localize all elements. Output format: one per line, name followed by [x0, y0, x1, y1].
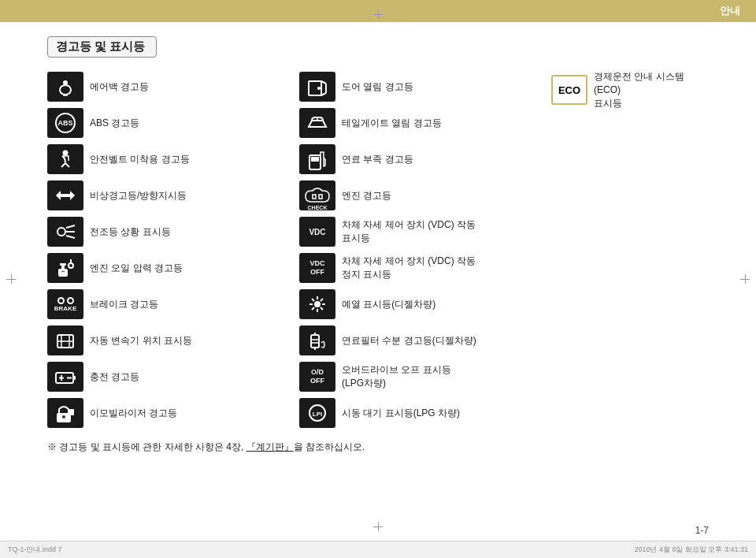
svg-rect-18	[60, 263, 66, 266]
seatbelt-icon	[47, 144, 83, 174]
svg-rect-33	[69, 409, 74, 415]
list-item: VDCOFF 차체 자세 제어 장치 (VDC) 작동정지 표시등	[299, 251, 543, 285]
fuelfilter-label: 연료필터 수분 경고등(디젤차량)	[342, 334, 476, 348]
brake-label: 브레이크 경고등	[90, 298, 158, 311]
bottom-bar: TQ-1-안내.indd 7 2010년 4월 6일 화요일 오후 3:41:3…	[0, 541, 756, 558]
note-suffix: 을 참조하십시오.	[294, 441, 365, 452]
list-item: ABS ABS 경고등	[47, 106, 291, 140]
hazard-icon	[47, 180, 83, 210]
svg-rect-16	[58, 269, 68, 277]
door-svg	[306, 75, 329, 99]
headlight-label: 전조등 상황 표시등	[90, 225, 171, 239]
headlight-svg	[54, 220, 77, 244]
list-item: 엔진 오일 압력 경고등	[47, 251, 291, 285]
svg-point-19	[69, 263, 73, 268]
main-content: 경고등 및 표시등 에어	[0, 22, 756, 462]
svg-point-31	[62, 415, 65, 418]
vdcoff-icon: VDCOFF	[299, 253, 335, 283]
abs-label: ABS 경고등	[90, 117, 139, 130]
brake-circles	[57, 297, 74, 304]
eco-icon: ECO	[551, 75, 587, 105]
brake-circle-2	[67, 297, 74, 304]
list-item: 이모빌라이저 경고등	[47, 396, 291, 430]
note-underline: 『계기판』	[246, 441, 294, 452]
tailgate-label: 테일게이트 열림 경고등	[342, 117, 442, 130]
svg-line-54	[312, 307, 314, 310]
oilpressure-svg	[54, 256, 77, 280]
fuelfilter-svg	[306, 329, 329, 352]
warning-grid: 에어백 경고등 ABS ABS 경고등 안전벨트 미착용 경고등	[47, 70, 709, 430]
odoff-icon: O/DOFF	[299, 362, 335, 392]
svg-rect-44	[313, 195, 316, 199]
vdc-label: 차체 자세 제어 장치 (VDC) 작동표시등	[342, 218, 476, 245]
immobilizer-label: 이모빌라이저 경고등	[90, 407, 177, 420]
vdcoff-label: 차체 자세 제어 장치 (VDC) 작동정지 표시등	[342, 255, 476, 281]
svg-line-6	[69, 93, 70, 94]
seatbelt-svg	[54, 147, 77, 171]
fuel-icon	[299, 144, 335, 174]
door-icon	[299, 72, 335, 102]
note-content: ※ 경고등 및 표시등에 관한 자세한 사항은 4장,	[47, 441, 246, 452]
warning-col-1: 에어백 경고등 ABS ABS 경고등 안전벨트 미착용 경고등	[47, 70, 291, 430]
svg-point-46	[314, 301, 321, 307]
bottom-right-text: 2010년 4월 6일 화요일 오후 3:41:31	[634, 545, 748, 555]
check-text: CHECK	[308, 205, 328, 210]
svg-line-15	[66, 236, 75, 238]
section-title: 경고등 및 표시등	[56, 39, 145, 53]
battery-svg	[54, 365, 77, 389]
list-item: CHECK 엔진 경고등	[299, 179, 543, 212]
seatbelt-label: 안전벨트 미착용 경고등	[90, 153, 190, 166]
warning-col-2: 도어 열림 경고등 테일게이트 열림 경고등	[299, 70, 543, 430]
fuel-label: 연료 부족 경고등	[342, 153, 413, 166]
hazard-label: 비상경고등/방향지시등	[90, 189, 187, 203]
list-item: 자동 변속기 위치 표시등	[47, 324, 291, 357]
top-bar-title: 안내	[720, 4, 740, 18]
svg-rect-43	[311, 157, 319, 162]
fuel-svg	[306, 147, 329, 171]
svg-point-8	[63, 151, 69, 156]
svg-rect-11	[61, 194, 70, 197]
tailgate-svg	[306, 111, 329, 135]
top-bar: 안내	[0, 0, 756, 22]
vdcoff-text: VDCOFF	[309, 259, 324, 277]
oilpressure-label: 엔진 오일 압력 경고등	[90, 262, 183, 275]
battery-icon	[47, 362, 83, 392]
list-item: VDC 차체 자세 제어 장치 (VDC) 작동표시등	[299, 215, 543, 248]
hazard-svg	[54, 184, 77, 207]
list-item: 비상경고등/방향지시등	[47, 179, 291, 212]
gear-label: 자동 변속기 위치 표시등	[90, 334, 192, 348]
list-item: 충전 경고등	[47, 360, 291, 393]
svg-line-14	[66, 225, 75, 228]
vdc-text: VDC	[309, 228, 325, 236]
svg-line-51	[312, 299, 314, 301]
lpi-svg: LPI	[306, 401, 329, 425]
abs-circle: ABS	[55, 113, 76, 133]
list-item: 전조등 상황 표시등	[47, 215, 291, 248]
lpi-icon: LPI	[299, 398, 335, 428]
list-item: ECO 경제운전 안내 시스템(ECO)표시등	[551, 70, 709, 110]
odoff-text: O/DOFF	[310, 368, 324, 385]
battery-label: 충전 경고등	[90, 370, 139, 384]
warning-col-3: ECO 경제운전 안내 시스템(ECO)표시등	[551, 70, 709, 430]
list-item: 에어백 경고등	[47, 70, 291, 103]
check-engine-icon: CHECK	[299, 180, 335, 210]
gear-svg	[54, 329, 77, 352]
svg-marker-10	[70, 191, 75, 200]
glow-svg	[306, 292, 329, 316]
lpi-label: 시동 대기 표시등(LPG 차량)	[342, 407, 460, 420]
svg-rect-55	[311, 335, 319, 348]
list-item: 안전벨트 미착용 경고등	[47, 143, 291, 176]
svg-point-12	[57, 228, 65, 236]
airbag-icon	[47, 72, 83, 102]
note-text: ※ 경고등 및 표시등에 관한 자세한 사항은 4장, 『계기판』을 참조하십시…	[47, 441, 709, 454]
list-item: 연료필터 수분 경고등(디젤차량)	[299, 324, 543, 357]
glow-icon	[299, 289, 335, 319]
door-label: 도어 열림 경고등	[342, 80, 413, 94]
svg-point-38	[317, 87, 321, 90]
eco-label: 경제운전 안내 시스템(ECO)표시등	[594, 70, 709, 110]
section-title-box: 경고등 및 표시등	[47, 36, 157, 58]
brake-circle-1	[57, 297, 65, 304]
list-item: 도어 열림 경고등	[299, 70, 543, 103]
headlight-icon	[47, 217, 83, 247]
svg-text:LPI: LPI	[313, 411, 322, 418]
